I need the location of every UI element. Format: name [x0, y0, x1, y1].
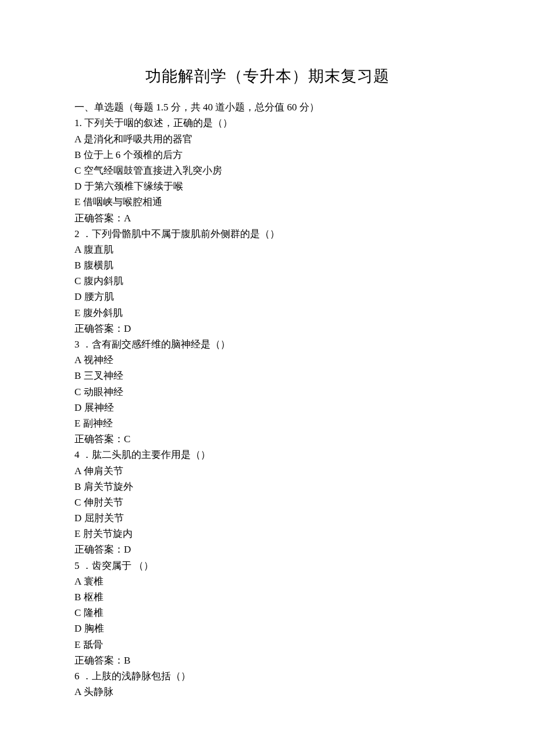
question-option: C 动眼神经: [74, 384, 461, 400]
question-option: C 空气经咽鼓管直接进入乳突小房: [74, 163, 461, 178]
question-answer: 正确答案：B: [74, 653, 461, 668]
question-option: A 伸肩关节: [74, 463, 461, 479]
question-option: A 腹直肌: [74, 242, 461, 257]
question-answer: 正确答案：C: [74, 431, 461, 447]
question-text: 2 ．下列骨骼肌中不属于腹肌前外侧群的是（）: [74, 226, 461, 242]
question-block: 1. 下列关于咽的叙述，正确的是（）A 是消化和呼吸共用的器官B 位于上 6 个…: [74, 115, 461, 225]
question-option: C 隆椎: [74, 605, 461, 621]
question-option: E 舐骨: [74, 637, 461, 653]
question-option: B 三叉神经: [74, 368, 461, 384]
question-text: 5 ．齿突属于 （）: [74, 558, 461, 574]
section-header: 一、单选题（每题 1.5 分，共 40 道小题，总分值 60 分）: [74, 99, 461, 115]
question-option: A 头静脉: [74, 684, 461, 700]
question-option: B 位于上 6 个颈椎的后方: [74, 147, 461, 163]
question-block: 5 ．齿突属于 （）A 寰椎B 枢椎C 隆椎D 胸椎E 舐骨正确答案：B: [74, 558, 461, 668]
question-answer: 正确答案：D: [74, 321, 461, 336]
question-text: 6 ．上肢的浅静脉包括（）: [74, 668, 461, 684]
question-answer: 正确答案：D: [74, 542, 461, 557]
question-option: B 腹横肌: [74, 257, 461, 273]
page-title: 功能解剖学（专升本）期末复习题: [74, 64, 461, 89]
question-option: E 副神经: [74, 415, 461, 431]
question-text: 3 ．含有副交感纤维的脑神经是（）: [74, 336, 461, 352]
question-option: A 视神经: [74, 352, 461, 368]
question-option: A 是消化和呼吸共用的器官: [74, 131, 461, 147]
question-block: 2 ．下列骨骼肌中不属于腹肌前外侧群的是（）A 腹直肌B 腹横肌C 腹内斜肌D …: [74, 226, 461, 336]
question-text: 1. 下列关于咽的叙述，正确的是（）: [74, 115, 461, 131]
question-option: C 腹内斜肌: [74, 273, 461, 289]
question-option: C 伸肘关节: [74, 495, 461, 510]
question-option: D 展神经: [74, 400, 461, 415]
question-option: D 屈肘关节: [74, 510, 461, 526]
question-block: 6 ．上肢的浅静脉包括（）A 头静脉: [74, 668, 461, 700]
question-option: D 于第六颈椎下缘续于喉: [74, 178, 461, 194]
question-option: A 寰椎: [74, 574, 461, 589]
question-answer: 正确答案：A: [74, 210, 461, 226]
question-option: B 肩关节旋外: [74, 479, 461, 495]
question-option: B 枢椎: [74, 589, 461, 605]
question-option: E 借咽峡与喉腔相通: [74, 194, 461, 210]
question-option: D 胸椎: [74, 621, 461, 636]
question-block: 4 ．肱二头肌的主要作用是（）A 伸肩关节B 肩关节旋外C 伸肘关节D 屈肘关节…: [74, 447, 461, 557]
question-text: 4 ．肱二头肌的主要作用是（）: [74, 447, 461, 463]
question-block: 3 ．含有副交感纤维的脑神经是（）A 视神经B 三叉神经C 动眼神经D 展神经E…: [74, 336, 461, 447]
question-option: E 腹外斜肌: [74, 305, 461, 321]
question-option: E 肘关节旋内: [74, 526, 461, 542]
questions-container: 1. 下列关于咽的叙述，正确的是（）A 是消化和呼吸共用的器官B 位于上 6 个…: [74, 115, 461, 700]
question-option: D 腰方肌: [74, 289, 461, 304]
